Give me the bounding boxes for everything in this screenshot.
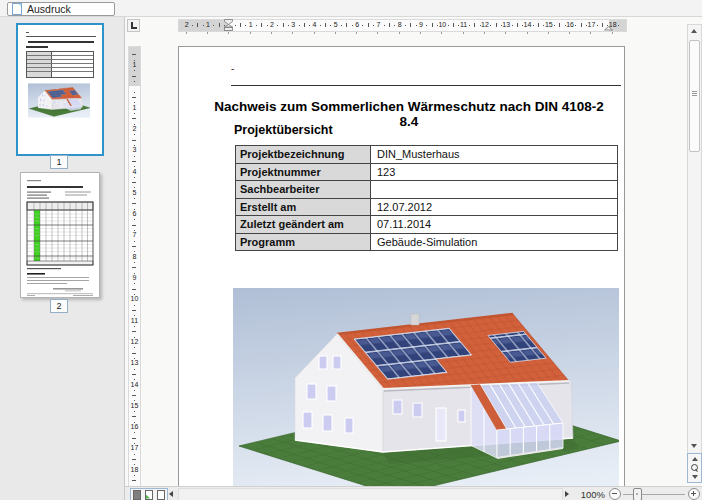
table-row: ProjektbezeichnungDIN_Musterhaus — [236, 146, 618, 164]
zoom-slider[interactable] — [623, 488, 685, 500]
row-label: Programm — [236, 233, 371, 251]
row-label: Zuletzt geändert am — [236, 216, 371, 234]
table-row: Erstellt am12.07.2012 — [236, 198, 618, 216]
minus-icon — [612, 493, 617, 494]
row-value: 123 — [371, 163, 618, 181]
right-arrow-icon — [565, 491, 569, 497]
zoom-in-button[interactable] — [688, 488, 700, 500]
thumb-grip — [692, 91, 697, 92]
mini-header-dash — [26, 32, 29, 33]
next-page-button[interactable] — [688, 472, 701, 481]
document-view-area: 21123456789101112131415161718 1123456789… — [125, 17, 702, 486]
row-label: Projektnummer — [236, 163, 371, 181]
page-number-label-2: 2 — [50, 299, 68, 313]
row-label: Sachbearbeiter — [236, 181, 371, 199]
left-arrow-icon — [169, 491, 173, 497]
thumbnail-page-2[interactable] — [20, 172, 100, 298]
hanging-indent-marker[interactable] — [224, 24, 233, 31]
page-header-text: - — [231, 63, 234, 74]
tab-stop-selector[interactable] — [127, 19, 140, 32]
horizontal-ruler[interactable]: 21123456789101112131415161718 — [178, 19, 627, 32]
row-value: 12.07.2012 — [371, 198, 618, 216]
browse-buttons — [687, 453, 702, 483]
single-page-view-button page-icon[interactable] — [133, 490, 141, 500]
thumbnail-page-1[interactable] — [16, 23, 104, 156]
right-indent-marker[interactable] — [604, 26, 613, 31]
section-heading: Projektübersicht — [234, 123, 333, 137]
magnifier-icon — [691, 464, 698, 471]
document-icon — [12, 3, 22, 15]
scroll-up-button[interactable] — [688, 25, 699, 36]
row-value: DIN_Musterhaus — [371, 146, 618, 164]
page-header-rule — [231, 85, 621, 86]
table-row: Sachbearbeiter — [236, 181, 618, 199]
down-arrow-icon — [692, 475, 698, 479]
page-layout-view-button page-icon[interactable] — [145, 490, 153, 500]
document-type-label: Ausdruck — [27, 3, 71, 15]
thumbnail-page-2-preview — [21, 173, 99, 297]
mini-project-table — [26, 51, 94, 78]
page-number-label-1: 1 — [50, 155, 68, 169]
zoom-out-button[interactable] — [609, 488, 621, 500]
project-overview-table: ProjektbezeichnungDIN_Musterhaus Projekt… — [235, 145, 618, 251]
vertical-scrollbar-thumb[interactable] — [689, 40, 700, 152]
table-row: Zuletzt geändert am07.11.2014 — [236, 216, 618, 234]
row-label: Projektbezeichnung — [236, 146, 371, 164]
toolbar: Ausdruck — [0, 0, 702, 17]
scroll-right-button[interactable] — [561, 488, 573, 500]
scroll-left-button[interactable] — [165, 488, 177, 500]
mini-title-line — [28, 41, 94, 43]
row-label: Erstellt am — [236, 198, 371, 216]
zoom-slider-handle[interactable] — [633, 488, 642, 500]
up-arrow-icon — [692, 457, 698, 461]
table-row: ProgrammGebäude-Simulation — [236, 233, 618, 251]
plus-icon-v — [693, 491, 694, 496]
ruler-bottom-ticks — [178, 32, 625, 35]
document-page-1: - Nachweis zum Sommerlichen Wärmeschutz … — [178, 46, 625, 486]
previous-page-button[interactable] — [688, 454, 701, 463]
normal-view-button page-icon[interactable] — [157, 490, 165, 500]
horizontal-scrollbar-track[interactable] — [178, 488, 563, 500]
document-type-selector[interactable]: Ausdruck — [7, 2, 115, 16]
scroll-down-button[interactable] — [688, 440, 699, 451]
status-bar: 100% — [125, 486, 702, 500]
mini-house-illustration — [28, 83, 90, 118]
select-browse-object-button[interactable] — [688, 463, 701, 472]
up-arrow-icon — [691, 29, 697, 33]
left-tab-icon — [131, 22, 137, 29]
mini-header-rule — [26, 36, 96, 37]
page-thumbnail-panel: 1 — [0, 17, 125, 500]
zoom-level-label: 100% — [573, 489, 605, 500]
row-value: Gebäude-Simulation — [371, 233, 618, 251]
vertical-ruler[interactable]: 1123456789101112131415161718 — [128, 46, 141, 486]
row-value: 07.11.2014 — [371, 216, 618, 234]
vertical-scrollbar[interactable] — [687, 24, 702, 482]
house-illustration — [233, 288, 619, 486]
down-arrow-icon — [691, 444, 697, 448]
view-mode-buttons — [130, 488, 168, 500]
thumbnail-page-1-preview — [20, 27, 100, 152]
mini-heading-line — [26, 46, 48, 48]
print-preview-window: Ausdruck 1 — [0, 0, 702, 500]
table-row: Projektnummer123 — [236, 163, 618, 181]
row-value — [371, 181, 618, 199]
